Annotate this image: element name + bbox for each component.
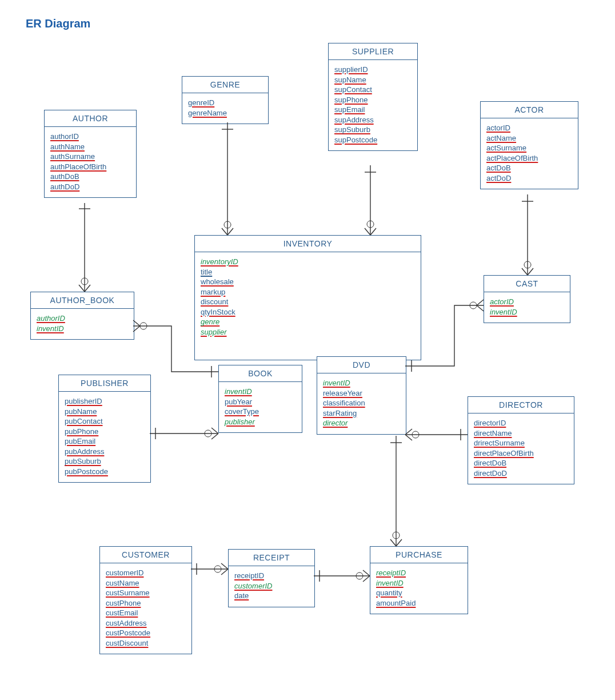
svg-line-30 — [211, 428, 218, 433]
entity-receipt-body: receiptID customerID date — [229, 566, 314, 607]
attr: authName — [50, 142, 130, 152]
attr: genreName — [188, 108, 262, 118]
attr: pubSuburb — [65, 456, 145, 467]
entity-supplier-body: supplierID supName supContact supPhone s… — [329, 60, 417, 150]
attr: customerID — [106, 568, 186, 578]
entity-purchase-header: PURCHASE — [370, 547, 468, 563]
attr: actName — [486, 133, 572, 144]
attr-fk: inventID — [225, 387, 296, 397]
svg-line-45 — [221, 563, 228, 569]
attr: pubEmail — [65, 436, 145, 447]
attr-fk: publisher — [225, 417, 296, 427]
svg-point-52 — [356, 572, 363, 579]
svg-point-37 — [412, 431, 419, 438]
svg-point-19 — [524, 261, 531, 268]
attr: supplierID — [334, 65, 412, 75]
attr: actDoB — [486, 163, 572, 173]
entity-author-header: AUTHOR — [45, 110, 136, 127]
attr: custPostcode — [106, 628, 186, 638]
attr-fk: inventoryID — [201, 257, 415, 267]
attr: coverType — [225, 407, 296, 417]
svg-line-2 — [79, 285, 85, 292]
svg-point-22 — [140, 323, 147, 329]
entity-genre: GENRE genreID genreName — [182, 76, 269, 124]
attr: supSuburb — [334, 125, 412, 135]
svg-point-4 — [81, 278, 88, 285]
attr: pubContact — [65, 416, 145, 427]
entity-dvd: DVD inventID releaseYear classification … — [317, 356, 406, 435]
attr: supPostcode — [334, 135, 412, 145]
attr: title — [201, 267, 415, 277]
entity-purchase: PURCHASE receiptID inventID quantity amo… — [370, 546, 468, 614]
attr: custAddress — [106, 618, 186, 629]
svg-line-25 — [477, 305, 484, 311]
attr: supAddress — [334, 115, 412, 125]
entity-customer-header: CUSTOMER — [100, 547, 191, 563]
entity-publisher-body: publisherID pubName pubContact pubPhone … — [59, 392, 150, 482]
page-title: ER Diagram — [26, 17, 90, 30]
entity-director-header: DIRECTOR — [468, 397, 574, 413]
entity-book: BOOK inventID pubYear coverType publishe… — [218, 365, 302, 433]
attr: supContact — [334, 85, 412, 95]
entity-dvd-header: DVD — [317, 357, 406, 373]
entity-book-body: inventID pubYear coverType publisher — [219, 382, 302, 432]
attr-fk: supplier — [201, 327, 415, 337]
svg-line-13 — [370, 228, 376, 235]
attr: custDiscount — [106, 638, 186, 649]
attr: starRating — [323, 408, 400, 419]
entity-publisher: PUBLISHER publisherID pubName pubContact… — [58, 375, 151, 483]
attr: discount — [201, 297, 415, 307]
entity-cast-header: CAST — [484, 276, 570, 292]
entity-genre-body: genreID genreName — [182, 93, 268, 124]
attr: authPlaceOfBirth — [50, 162, 130, 172]
entity-author-body: authorID authName authSurname authPlaceO… — [45, 127, 136, 197]
attr: directPlaceOfBirth — [474, 448, 568, 459]
attr-fk: inventID — [323, 378, 400, 388]
entity-director-body: directorID directName drirectSurname dir… — [468, 413, 574, 484]
attr: pubAddress — [65, 447, 145, 457]
entity-publisher-header: PUBLISHER — [59, 375, 150, 392]
attr: directDoB — [474, 458, 568, 468]
attr-fk: inventID — [376, 578, 462, 588]
svg-line-12 — [365, 228, 370, 235]
svg-line-8 — [227, 228, 233, 235]
svg-line-7 — [222, 228, 227, 235]
svg-point-14 — [367, 221, 374, 228]
attr: supPhone — [334, 95, 412, 105]
entity-supplier: SUPPLIER supplierID supName supContact s… — [328, 43, 418, 151]
attr: releaseYear — [323, 388, 400, 399]
svg-line-40 — [390, 539, 396, 546]
attr: drirectSurname — [474, 438, 568, 448]
attr: wholesale — [201, 277, 415, 287]
attr: quantity — [376, 588, 462, 598]
svg-line-50 — [363, 570, 370, 576]
attr: receiptID — [234, 571, 309, 581]
attr: markup — [201, 287, 415, 297]
entity-cast-body: actorID inventID — [484, 292, 570, 323]
attr-fk: authorID — [37, 313, 128, 324]
entity-supplier-header: SUPPLIER — [329, 43, 417, 60]
attr-fk: genre — [201, 317, 415, 327]
entity-book-header: BOOK — [219, 365, 302, 382]
entity-author: AUTHOR authorID authName authSurname aut… — [44, 110, 137, 198]
attr: actPlaceOfBirth — [486, 153, 572, 164]
attr: supEmail — [334, 105, 412, 115]
svg-point-42 — [393, 532, 400, 539]
svg-point-9 — [224, 221, 231, 228]
entity-author-book-body: authorID inventID — [31, 309, 134, 339]
svg-line-41 — [396, 539, 402, 546]
attr: directName — [474, 428, 568, 439]
attr-fk: inventID — [490, 307, 564, 317]
svg-point-26 — [470, 302, 477, 309]
attr: authDoD — [50, 182, 130, 192]
entity-actor: ACTOR actorID actName actSurname actPlac… — [480, 101, 578, 189]
attr-fk: inventID — [37, 324, 128, 334]
attr-fk: customerID — [234, 581, 309, 591]
attr: pubYear — [225, 397, 296, 407]
attr: classification — [323, 398, 400, 408]
attr: pubPhone — [65, 427, 145, 437]
entity-director: DIRECTOR directorID directName drirectSu… — [468, 396, 574, 484]
attr: directorID — [474, 418, 568, 428]
svg-line-3 — [85, 285, 90, 292]
attr: authDoB — [50, 172, 130, 182]
